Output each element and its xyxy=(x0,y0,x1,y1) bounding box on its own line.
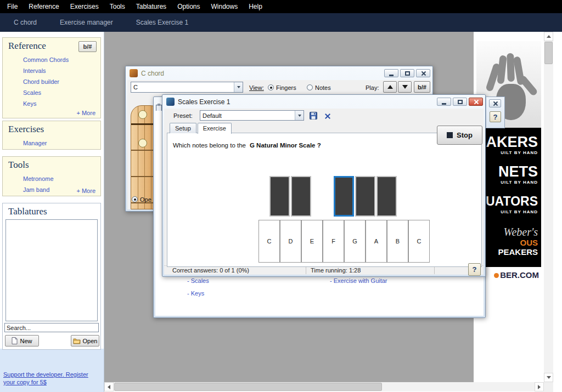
finger-position-marker[interactable] xyxy=(138,139,147,147)
doc-tab-c-chord[interactable]: C chord xyxy=(7,19,44,26)
white-key-c1[interactable]: C xyxy=(258,220,280,263)
chord-select[interactable]: C xyxy=(131,82,243,93)
tab-setup[interactable]: Setup xyxy=(170,123,196,133)
menu-reference[interactable]: Reference xyxy=(23,0,64,13)
black-key[interactable] xyxy=(291,176,311,217)
support-developer-link[interactable]: Support the developer. Registeryour copy… xyxy=(3,371,88,386)
white-key-c2[interactable]: C xyxy=(408,220,430,263)
reference-panel: Reference b/# Common Chords Intervals Ch… xyxy=(2,37,101,118)
menu-tablatures[interactable]: Tablatures xyxy=(131,0,172,13)
chord-select-dropdown-button[interactable] xyxy=(234,82,243,92)
white-key-f[interactable]: F xyxy=(323,220,344,263)
manager-link-keys[interactable]: - Keys xyxy=(187,290,204,297)
horizontal-scroll-thumb[interactable] xyxy=(114,383,382,391)
reference-links: Common Chords Intervals Chord builder Sc… xyxy=(3,54,100,109)
link-scales[interactable]: Scales xyxy=(23,87,100,98)
close-button[interactable] xyxy=(489,99,501,107)
question-scale-name: G Natural Minor Scale ? xyxy=(250,142,321,149)
minimize-icon xyxy=(442,103,446,105)
sidebar-footer: Support the developer. Registeryour copy… xyxy=(0,349,104,392)
vertical-scrollbar[interactable] xyxy=(544,32,553,382)
ad-website-text: BER.COM xyxy=(500,270,539,280)
notes-radio[interactable] xyxy=(307,84,313,90)
link-keys[interactable]: Keys xyxy=(23,98,100,109)
scroll-left-button[interactable] xyxy=(104,382,114,391)
close-button[interactable] xyxy=(416,69,430,77)
fingers-radio[interactable] xyxy=(268,84,274,90)
menu-options[interactable]: Options xyxy=(172,0,205,13)
fingers-radio-label[interactable]: Fingers xyxy=(276,84,296,91)
play-up-button[interactable] xyxy=(383,81,397,93)
manager-link-scales[interactable]: - Scales xyxy=(187,277,209,284)
black-key[interactable] xyxy=(355,176,375,217)
tablature-search-input[interactable] xyxy=(4,323,99,332)
doc-tab-exercise-manager[interactable]: Exercise manager xyxy=(53,19,120,26)
minimize-button[interactable] xyxy=(437,98,451,106)
delete-preset-button[interactable] xyxy=(322,110,333,121)
close-icon xyxy=(421,71,426,76)
help-button[interactable]: ? xyxy=(468,263,481,276)
guitar-string-line xyxy=(151,106,151,209)
play-down-button[interactable] xyxy=(398,81,412,93)
ad-banner[interactable]: AKERS UILT BY HAND NETS UILT BY HAND UAT… xyxy=(476,41,541,286)
tablature-list[interactable] xyxy=(5,219,98,321)
open-folder-icon xyxy=(73,338,81,344)
flat-sharp-button[interactable]: b/# xyxy=(78,41,97,52)
link-exercise-manager[interactable]: Manager xyxy=(23,138,100,149)
menu-file[interactable]: File xyxy=(2,0,23,13)
vertical-scroll-thumb[interactable] xyxy=(544,42,553,64)
link-metronome[interactable]: Metronome xyxy=(23,173,100,184)
black-key[interactable] xyxy=(269,176,290,217)
menu-tools[interactable]: Tools xyxy=(104,0,131,13)
arrow-down-icon xyxy=(547,376,551,379)
tools-more-link[interactable]: + More xyxy=(76,188,95,194)
open-tablature-button[interactable]: Open xyxy=(71,335,99,346)
new-page-icon xyxy=(12,337,18,344)
guitar-string-line xyxy=(144,106,145,209)
stop-button[interactable]: Stop xyxy=(437,126,482,145)
black-key[interactable] xyxy=(376,176,397,217)
new-tablature-button[interactable]: New xyxy=(5,335,39,346)
scroll-up-button[interactable] xyxy=(544,32,553,41)
horizontal-scrollbar[interactable] xyxy=(104,382,544,391)
close-button[interactable] xyxy=(469,98,483,106)
minimize-button[interactable] xyxy=(384,69,398,77)
open-strings-radio[interactable] xyxy=(132,196,138,202)
menu-exercises[interactable]: Exercises xyxy=(65,0,104,13)
scroll-right-button[interactable] xyxy=(535,382,544,391)
white-key-d[interactable]: D xyxy=(280,220,301,263)
white-key-b[interactable]: B xyxy=(387,220,408,263)
link-common-chords[interactable]: Common Chords xyxy=(23,54,100,65)
menu-windows[interactable]: Windows xyxy=(205,0,243,13)
chevron-down-icon xyxy=(237,86,240,88)
question-prefix: Which notes belong to the xyxy=(173,142,246,149)
support-link-line1: Support the developer. Register xyxy=(3,371,88,378)
finger-position-marker[interactable] xyxy=(138,110,147,119)
maximize-button[interactable] xyxy=(453,98,467,106)
link-intervals[interactable]: Intervals xyxy=(23,65,100,76)
black-key-selected[interactable] xyxy=(334,176,354,217)
white-key-e[interactable]: E xyxy=(301,220,323,263)
white-key-a[interactable]: A xyxy=(366,220,387,263)
chord-flat-sharp-button[interactable]: b/# xyxy=(414,81,430,93)
arrow-right-icon xyxy=(538,385,541,389)
save-preset-button[interactable] xyxy=(307,110,319,121)
manager-link-exercise-with-guitar[interactable]: - Exercise with Guitar xyxy=(330,277,387,284)
doc-tab-scales-exercise-1[interactable]: Scales Exercise 1 xyxy=(129,19,195,26)
help-button[interactable]: ? xyxy=(490,111,501,122)
scroll-down-button[interactable] xyxy=(544,373,553,382)
link-chord-builder[interactable]: Chord builder xyxy=(23,76,100,87)
tablatures-panel: Tablatures New Open xyxy=(2,203,101,350)
reference-more-link[interactable]: + More xyxy=(76,110,95,116)
triangle-down-icon xyxy=(402,85,408,89)
preset-label: Preset: xyxy=(173,112,193,119)
tab-exercise[interactable]: Exercise xyxy=(198,123,232,134)
menubar: File Reference Exercises Tools Tablature… xyxy=(0,0,562,13)
white-key-g[interactable]: G xyxy=(344,220,366,263)
maximize-button[interactable] xyxy=(400,69,414,77)
preset-dropdown-button[interactable] xyxy=(295,111,304,120)
open-strings-radio-label[interactable]: Ope xyxy=(140,196,151,203)
preset-select[interactable]: Default xyxy=(200,110,304,121)
menu-help[interactable]: Help xyxy=(243,0,268,13)
notes-radio-label[interactable]: Notes xyxy=(315,84,331,91)
